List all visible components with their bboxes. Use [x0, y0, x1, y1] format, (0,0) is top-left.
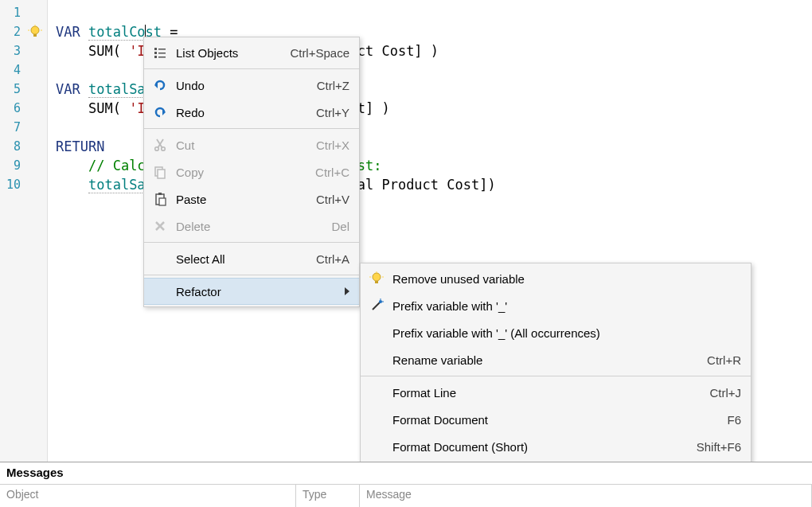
- menu-item-refactor[interactable]: Refactor: [144, 278, 359, 305]
- menu-label: Select All: [176, 252, 316, 266]
- copy-icon: [150, 165, 170, 179]
- menu-label: Prefix variable with '_' (All occurrence…: [392, 326, 741, 340]
- menu-label: Format Document (Short): [392, 440, 697, 454]
- menu-label: List Objects: [176, 46, 290, 60]
- redo-icon: [150, 105, 170, 119]
- menu-separator: [144, 242, 359, 243]
- line-number: 9: [0, 158, 24, 173]
- svg-rect-8: [158, 53, 166, 54]
- line-number: 10: [0, 177, 24, 192]
- code-line[interactable]: [56, 3, 812, 22]
- menu-item-paste[interactable]: PasteCtrl+V: [144, 185, 359, 213]
- menu-separator: [361, 376, 751, 376]
- svg-rect-9: [154, 56, 157, 58]
- menu-shortcut: Ctrl+V: [316, 193, 349, 206]
- messages-panel: Messages Object Type Message: [0, 462, 812, 507]
- menu-label: Remove unused variable: [392, 272, 741, 286]
- column-message[interactable]: Message: [360, 485, 812, 507]
- menu-shortcut: Ctrl+Z: [317, 79, 349, 92]
- svg-point-15: [155, 147, 159, 151]
- delete-icon: [150, 219, 170, 233]
- menu-shortcut: Ctrl+X: [316, 138, 349, 152]
- svg-point-30: [379, 300, 382, 303]
- menu-shortcut: Ctrl+Space: [290, 46, 349, 60]
- svg-rect-25: [375, 281, 378, 283]
- menu-shortcut: Ctrl+C: [315, 166, 349, 179]
- menu-label: Redo: [176, 106, 316, 119]
- undo-icon: [150, 78, 170, 92]
- menu-item-copy: CopyCtrl+C: [144, 158, 359, 185]
- menu-item-list-objects[interactable]: List ObjectsCtrl+Space: [144, 39, 359, 66]
- wand-icon: [367, 298, 386, 313]
- menu-label: Copy: [176, 166, 315, 179]
- menu-item-prefix-variable-with-all-occurrences[interactable]: Prefix variable with '_' (All occurrence…: [361, 319, 751, 346]
- svg-rect-7: [154, 52, 157, 54]
- menu-separator: [144, 128, 359, 129]
- svg-point-0: [31, 26, 39, 34]
- menu-item-prefix-variable-with[interactable]: Prefix variable with '_': [361, 292, 751, 319]
- submenu-arrow-icon: [345, 287, 349, 295]
- svg-point-24: [373, 273, 381, 281]
- svg-rect-1: [33, 34, 37, 37]
- svg-point-16: [162, 147, 166, 151]
- menu-item-format-document-short[interactable]: Format Document (Short)Shift+F6: [361, 433, 751, 460]
- svg-rect-18: [158, 170, 165, 178]
- svg-rect-21: [159, 198, 166, 205]
- menu-item-select-all[interactable]: Select AllCtrl+A: [144, 245, 359, 272]
- menu-item-format-line[interactable]: Format LineCtrl+J: [361, 379, 751, 406]
- menu-label: Delete: [176, 220, 331, 233]
- svg-line-29: [373, 302, 380, 310]
- bulb-icon: [367, 271, 386, 286]
- context-menu[interactable]: List ObjectsCtrl+SpaceUndoCtrl+ZRedoCtrl…: [143, 37, 360, 307]
- line-number: 8: [0, 139, 24, 154]
- menu-item-rename-variable[interactable]: Rename variableCtrl+R: [361, 346, 751, 373]
- menu-label: Format Document: [392, 413, 727, 427]
- menu-label: Paste: [176, 193, 316, 206]
- lightbulb-icon[interactable]: [27, 24, 43, 40]
- paste-icon: [150, 192, 170, 206]
- svg-rect-6: [158, 49, 166, 50]
- menu-shortcut: Ctrl+J: [709, 386, 741, 400]
- svg-rect-10: [158, 57, 166, 58]
- menu-shortcut: Shift+F6: [697, 440, 741, 454]
- refactor-submenu[interactable]: Remove unused variablePrefix variable wi…: [360, 263, 751, 489]
- list-icon: [150, 45, 170, 60]
- messages-title: Messages: [0, 462, 812, 485]
- line-number: 1: [0, 6, 24, 20]
- menu-item-undo[interactable]: UndoCtrl+Z: [144, 72, 359, 99]
- line-number: 7: [0, 120, 24, 135]
- menu-item-delete: DeleteDel: [144, 213, 359, 240]
- line-number: 6: [0, 101, 24, 115]
- menu-item-cut: CutCtrl+X: [144, 131, 359, 158]
- menu-shortcut: Ctrl+A: [316, 252, 349, 266]
- menu-label: Rename variable: [392, 353, 707, 367]
- messages-columns: Object Type Message: [0, 485, 812, 507]
- menu-item-format-document[interactable]: Format DocumentF6: [361, 406, 751, 433]
- menu-label: Prefix variable with '_': [392, 299, 741, 313]
- menu-label: Format Line: [392, 386, 709, 400]
- menu-shortcut: Ctrl+Y: [316, 106, 349, 119]
- menu-shortcut: Ctrl+R: [707, 353, 741, 367]
- gutter: 12345678910: [0, 0, 48, 462]
- menu-separator: [144, 275, 359, 275]
- menu-shortcut: F6: [727, 413, 741, 427]
- menu-item-remove-unused-variable[interactable]: Remove unused variable: [361, 265, 751, 292]
- cut-icon: [150, 138, 170, 152]
- menu-label: Refactor: [176, 285, 345, 298]
- line-number: 4: [0, 63, 24, 77]
- menu-label: Cut: [176, 138, 316, 152]
- line-number: 5: [0, 82, 24, 96]
- svg-rect-5: [154, 48, 157, 50]
- line-number: 2: [0, 25, 24, 39]
- column-object[interactable]: Object: [0, 485, 296, 507]
- menu-label: Undo: [176, 79, 317, 92]
- line-number: 3: [0, 44, 24, 58]
- column-type[interactable]: Type: [296, 485, 360, 507]
- svg-rect-20: [158, 193, 162, 195]
- menu-item-redo[interactable]: RedoCtrl+Y: [144, 99, 359, 126]
- menu-shortcut: Del: [331, 220, 349, 233]
- menu-separator: [144, 68, 359, 69]
